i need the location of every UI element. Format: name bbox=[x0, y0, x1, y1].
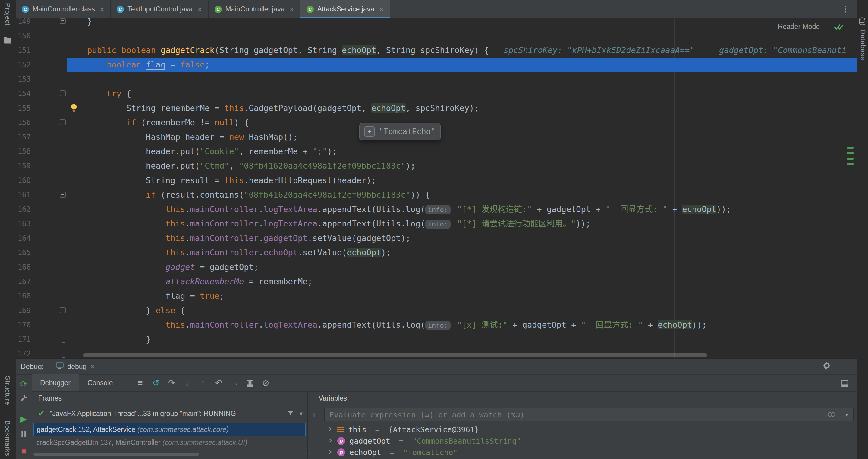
database-icon[interactable] bbox=[859, 18, 866, 27]
editor-tab[interactable]: CMainController.class× bbox=[16, 0, 111, 19]
intention-bulb-icon[interactable] bbox=[69, 103, 79, 114]
reader-mode-label[interactable]: Reader Mode bbox=[778, 23, 820, 31]
editor-tab[interactable]: CAttackService.java× bbox=[301, 0, 390, 19]
code-line[interactable]: 152 boolean flag = false; bbox=[16, 58, 857, 72]
line-number[interactable]: 161 bbox=[16, 188, 31, 202]
resume-program-icon[interactable]: ▶ bbox=[16, 414, 32, 424]
code-line[interactable]: 153 bbox=[16, 72, 857, 87]
close-icon[interactable]: × bbox=[197, 5, 202, 13]
line-number[interactable]: 156 bbox=[16, 116, 31, 130]
line-number[interactable]: 151 bbox=[16, 43, 31, 58]
layout-settings-icon[interactable]: ▤ bbox=[841, 378, 849, 388]
line-number[interactable]: 165 bbox=[16, 245, 31, 260]
force-step-into-icon[interactable]: ↓ bbox=[179, 378, 195, 388]
scroll-top-icon[interactable]: ↑ bbox=[309, 444, 319, 454]
line-number[interactable]: 155 bbox=[16, 101, 31, 116]
inspections-ok-icon[interactable] bbox=[834, 23, 844, 32]
fold-marker-icon[interactable] bbox=[62, 335, 65, 343]
line-number[interactable]: 158 bbox=[16, 144, 31, 159]
code-line[interactable]: 149 } bbox=[16, 19, 857, 29]
code-line[interactable]: 168 flag = true; bbox=[16, 289, 857, 303]
code-line[interactable]: 163 this.mainController.logTextArea.appe… bbox=[16, 217, 857, 231]
change-marker[interactable] bbox=[847, 152, 854, 154]
fold-marker-icon[interactable] bbox=[60, 192, 66, 198]
fold-marker-icon[interactable] bbox=[60, 119, 66, 125]
evaluate-expression-icon[interactable]: ▦ bbox=[242, 378, 258, 388]
line-number[interactable]: 160 bbox=[16, 173, 31, 188]
mute-breakpoints-icon[interactable]: ⊘ bbox=[258, 378, 273, 388]
code-line[interactable]: 159 header.put("Ctmd", "08fb41620aa4c498… bbox=[16, 159, 857, 173]
line-number[interactable]: 149 bbox=[16, 19, 31, 29]
variable-row[interactable]: ›pgadgetOpt = "CommonsBeanutilsString" bbox=[321, 435, 855, 447]
line-number[interactable]: 154 bbox=[16, 87, 31, 101]
filter-funnel-icon[interactable] bbox=[287, 410, 294, 417]
code-line[interactable]: 167 attackRememberMe = rememberMe; bbox=[16, 274, 857, 289]
expand-chevron-icon[interactable]: › bbox=[327, 447, 333, 456]
stop-program-icon[interactable]: ■ bbox=[16, 447, 32, 456]
line-number[interactable]: 164 bbox=[16, 231, 31, 245]
drop-frame-icon[interactable]: ↶ bbox=[211, 378, 226, 388]
line-number[interactable]: 150 bbox=[16, 29, 31, 43]
fold-marker-icon[interactable] bbox=[62, 349, 65, 358]
more-options-icon[interactable]: ⋮ bbox=[841, 4, 850, 14]
expand-chevron-icon[interactable]: › bbox=[327, 435, 333, 445]
settings-gear-icon[interactable] bbox=[822, 361, 831, 372]
code-line[interactable]: 164 this.mainController.gadgetOpt.setVal… bbox=[16, 231, 857, 245]
code-line[interactable]: 155 String rememberMe = this.GadgetPaylo… bbox=[16, 101, 857, 116]
line-number[interactable]: 162 bbox=[16, 202, 31, 217]
line-number[interactable]: 170 bbox=[16, 318, 31, 332]
step-out-icon[interactable]: ↑ bbox=[195, 378, 211, 388]
stack-frame-row[interactable]: crackSpcGadgetBtn:137, MainController (c… bbox=[33, 436, 306, 449]
project-folder-icon[interactable] bbox=[4, 37, 12, 45]
debug-session-tab[interactable]: debug × bbox=[56, 362, 95, 371]
line-number[interactable]: 163 bbox=[16, 217, 31, 231]
thread-selector[interactable]: ✔ "JavaFX Application Thread"...33 in gr… bbox=[32, 406, 307, 421]
chevron-down-icon[interactable]: ▾ bbox=[300, 410, 303, 417]
rerun-debug-icon[interactable]: ⟳ bbox=[16, 379, 32, 389]
line-number[interactable]: 157 bbox=[16, 130, 31, 144]
view-options-menu-icon[interactable]: ≡ bbox=[132, 378, 148, 388]
tool-window-button-database[interactable]: Database bbox=[859, 30, 867, 60]
code-line[interactable]: 166 gadget = gadgetOpt; bbox=[16, 260, 857, 274]
change-marker[interactable] bbox=[847, 147, 854, 149]
close-icon[interactable]: × bbox=[379, 5, 384, 13]
code-line[interactable]: 162 this.mainController.logTextArea.appe… bbox=[16, 202, 857, 217]
editor-tab[interactable]: CMainController.java× bbox=[209, 0, 301, 19]
line-number[interactable]: 171 bbox=[16, 332, 31, 347]
line-number[interactable]: 159 bbox=[16, 159, 31, 173]
line-number[interactable]: 167 bbox=[16, 274, 31, 289]
horizontal-scrollbar[interactable] bbox=[83, 353, 707, 357]
frames-scrollbar[interactable] bbox=[33, 453, 199, 456]
variable-row[interactable]: ›pechoOpt = "TomcatEcho" bbox=[321, 447, 855, 458]
line-number[interactable]: 166 bbox=[16, 260, 31, 274]
code-line[interactable]: 169 } else { bbox=[16, 303, 857, 318]
change-marker[interactable] bbox=[847, 163, 854, 165]
code-editor[interactable]: 149 }150151 public boolean gadgetCrack(S… bbox=[16, 19, 857, 358]
line-number[interactable]: 168 bbox=[16, 289, 31, 303]
line-number[interactable]: 152 bbox=[16, 58, 31, 72]
code-line[interactable]: 150 bbox=[16, 29, 857, 43]
step-over-icon[interactable]: ↷ bbox=[164, 378, 179, 388]
code-line[interactable]: 170 this.mainController.logTextArea.appe… bbox=[16, 318, 857, 332]
tool-window-button-bookmarks[interactable]: Bookmarks bbox=[4, 421, 11, 456]
hide-panel-icon[interactable]: — bbox=[843, 362, 850, 371]
remove-watch-icon[interactable]: − bbox=[307, 427, 321, 436]
pause-program-icon[interactable] bbox=[16, 430, 32, 440]
debug-tab-debugger[interactable]: Debugger bbox=[32, 374, 79, 391]
fold-marker-icon[interactable] bbox=[60, 307, 66, 313]
close-icon[interactable]: × bbox=[100, 5, 104, 13]
build-icon[interactable] bbox=[16, 394, 32, 404]
code-line[interactable]: 171 } bbox=[16, 332, 857, 347]
debug-tab-console[interactable]: Console bbox=[79, 374, 121, 391]
change-marker[interactable] bbox=[847, 158, 854, 160]
line-number[interactable]: 169 bbox=[16, 303, 31, 318]
fold-marker-icon[interactable] bbox=[60, 90, 66, 96]
line-number[interactable]: 153 bbox=[16, 72, 31, 87]
tool-window-button-project[interactable]: Project bbox=[4, 3, 11, 26]
code-line[interactable]: 160 String result = this.headerHttpReque… bbox=[16, 173, 857, 188]
line-number[interactable]: 172 bbox=[16, 347, 31, 358]
inline-evaluate-icon[interactable] bbox=[827, 411, 836, 419]
stack-frame-row[interactable]: gadgetCrack:152, AttackService (com.summ… bbox=[33, 423, 306, 436]
run-to-cursor-icon[interactable]: → bbox=[226, 378, 242, 388]
code-line[interactable]: 154 try { bbox=[16, 87, 857, 101]
